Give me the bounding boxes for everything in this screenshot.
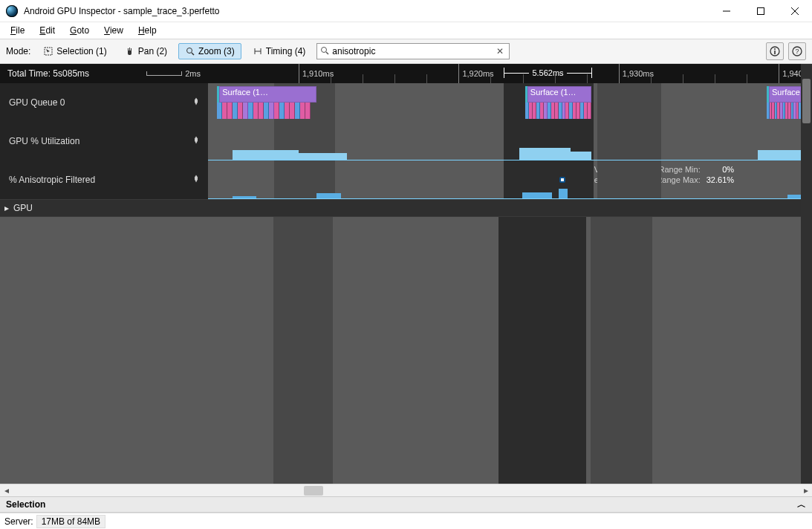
pan-icon: [125, 46, 135, 56]
surface-stripes[interactable]: [217, 103, 316, 119]
track-gpu-utilization: GPU % Utilization: [0, 122, 812, 160]
mode-zoom-label: Zoom (3): [198, 46, 235, 56]
ruler-tick: 1,930ms: [619, 64, 654, 83]
surface-block[interactable]: Surface (1…: [217, 86, 316, 103]
chevron-right-icon: ▸: [4, 203, 13, 213]
pin-icon[interactable]: [192, 136, 201, 147]
utilization-bar[interactable]: [519, 148, 571, 160]
track-name[interactable]: GPU % Utilization: [0, 122, 208, 160]
anisotropic-bar[interactable]: [559, 189, 568, 199]
selection-range-marker: 5.562ms: [504, 65, 591, 80]
svg-line-6: [192, 53, 194, 55]
svg-rect-14: [774, 51, 776, 54]
mode-selection-label: Selection (1): [56, 46, 106, 56]
info-button[interactable]: [766, 42, 784, 60]
track-name[interactable]: GPU Queue 0: [0, 83, 208, 122]
scroll-left-icon[interactable]: ◂: [0, 484, 13, 497]
close-button[interactable]: [778, 0, 812, 22]
timeline-panel[interactable]: Total Time: 5s085ms 2ms 1,910ms1,920ms1,…: [0, 64, 812, 484]
vertical-scrollbar[interactable]: [801, 64, 812, 484]
selection-icon: [43, 46, 53, 56]
horizontal-scrollbar[interactable]: ◂ ▸: [0, 484, 812, 496]
svg-line-11: [326, 52, 328, 54]
mode-pan[interactable]: Pan (2): [118, 43, 174, 59]
ruler-tick: 1,910ms: [299, 64, 334, 83]
search-clear-icon[interactable]: ✕: [494, 46, 506, 56]
maximize-button[interactable]: [744, 0, 778, 22]
mode-zoom[interactable]: Zoom (3): [178, 43, 241, 59]
search-input[interactable]: [329, 46, 494, 56]
total-time-label: Total Time: 5s085ms 2ms: [0, 64, 208, 83]
menubar: File Edit Goto View Help: [0, 22, 812, 39]
menu-file[interactable]: File: [4, 24, 30, 37]
track-anisotropic-filtered: % Anisotropic Filtered Value:32.61% Rang…: [0, 160, 812, 199]
tree-gpu[interactable]: ▸ GPU: [0, 199, 812, 217]
scale-label: 2ms: [185, 69, 201, 78]
selection-panel-header[interactable]: Selection ︿: [0, 496, 812, 513]
menu-goto[interactable]: Goto: [64, 24, 95, 37]
menu-help[interactable]: Help: [132, 24, 163, 37]
tree-gpu-label: GPU: [13, 203, 33, 213]
selection-panel-title: Selection: [6, 499, 45, 510]
zoom-icon: [185, 46, 195, 56]
help-button[interactable]: ?: [788, 42, 806, 60]
svg-point-10: [322, 47, 327, 52]
mode-timing[interactable]: Timing (4): [246, 43, 313, 59]
ruler: Total Time: 5s085ms 2ms 1,910ms1,920ms1,…: [0, 64, 812, 83]
search-icon: [320, 46, 329, 57]
utilization-bar[interactable]: [758, 150, 803, 160]
mode-selection[interactable]: Selection (1): [36, 43, 113, 59]
utilization-bar[interactable]: [233, 150, 299, 160]
mode-label: Mode:: [6, 46, 30, 56]
pin-icon[interactable]: [192, 97, 201, 108]
surface-stripes[interactable]: [525, 103, 591, 119]
server-value: 17MB of 84MB: [36, 515, 105, 528]
value-indicator: [559, 177, 565, 183]
chevron-up-icon[interactable]: ︿: [797, 499, 806, 511]
window-title: Android GPU Inspector - sample_trace_3.p…: [24, 6, 219, 16]
menu-view[interactable]: View: [98, 24, 129, 37]
mode-timing-label: Timing (4): [266, 46, 306, 56]
toolbar: Mode: Selection (1) Pan (2) Zoom (3) Tim…: [0, 39, 812, 64]
server-label: Server:: [4, 516, 33, 527]
titlebar: Android GPU Inspector - sample_trace_3.p…: [0, 0, 812, 22]
ruler-tick: 1,920ms: [458, 64, 493, 83]
track-gpu-queue-0: GPU Queue 0 Surface (1…Surface (1…Surfac…: [0, 83, 812, 122]
track-name[interactable]: % Anisotropic Filtered: [0, 160, 208, 199]
timing-icon: [253, 46, 263, 56]
minimize-button[interactable]: [709, 0, 744, 22]
statusbar: Server: 17MB of 84MB: [0, 513, 812, 529]
search-box: ✕: [316, 43, 510, 59]
svg-point-5: [187, 48, 192, 53]
svg-point-13: [774, 48, 776, 50]
mode-pan-label: Pan (2): [138, 46, 167, 56]
scroll-right-icon[interactable]: ▸: [799, 484, 812, 497]
surface-block[interactable]: Surface (1…: [525, 86, 591, 103]
svg-rect-1: [758, 7, 764, 14]
menu-edit[interactable]: Edit: [33, 24, 61, 37]
app-icon: [6, 5, 18, 17]
pin-icon[interactable]: [192, 175, 201, 186]
svg-text:?: ?: [795, 48, 799, 55]
